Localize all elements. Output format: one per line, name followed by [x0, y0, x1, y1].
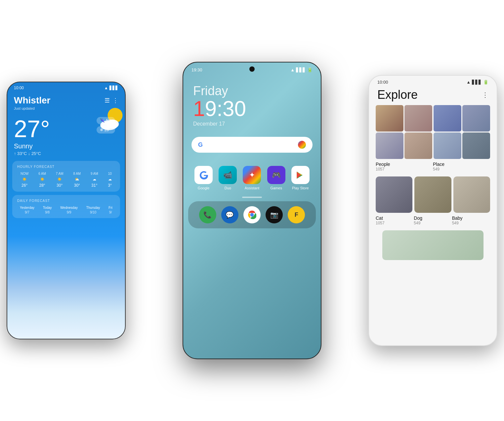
cat-count: 1057	[376, 221, 414, 225]
people-label-group: People 1057	[376, 162, 433, 172]
hourly-now: NOW ☀️ 26°	[21, 172, 28, 188]
phone2-day: Friday	[193, 84, 311, 98]
hourly-label-5: 10	[108, 172, 112, 175]
games-icon[interactable]: 🎮	[267, 166, 285, 184]
photo-grid-section: People 1057 Place 549	[369, 105, 497, 263]
city-name: Whistler	[14, 95, 50, 106]
people-photo-2[interactable]	[404, 105, 432, 132]
place-photo-grid[interactable]	[434, 105, 490, 159]
rain-value: 5%	[106, 118, 112, 123]
hourly-6am: 6 AM ☀️ 28°	[38, 172, 46, 188]
app-icons-row: Google 📹 Duo ✦ Assistant 🎮	[183, 159, 321, 193]
daily-thu: Thursday 9/10	[86, 206, 100, 214]
phone1-status-bar: 10:00 ▲ ▋▋▋	[7, 82, 125, 94]
people-photo-4[interactable]	[404, 133, 432, 159]
baby-label: Baby	[452, 215, 490, 221]
search-bar[interactable]: G	[191, 137, 313, 153]
hourly-10: 10 ☁ 3°	[108, 172, 112, 188]
window-photo[interactable]	[382, 230, 483, 260]
place-photo-3[interactable]	[434, 133, 461, 159]
app-games[interactable]: 🎮 Games	[267, 166, 285, 190]
duo-icon[interactable]: 📹	[219, 166, 237, 184]
svg-point-5	[250, 213, 254, 217]
hourly-icon-5: ☁	[108, 177, 112, 181]
more-options-icon[interactable]: ⋮	[482, 91, 488, 99]
playstore-icon[interactable]	[291, 166, 310, 184]
hourly-temp-0: 26°	[21, 183, 27, 188]
phones-container: 10:00 ▲ ▋▋▋ Whistler Just updated ☰ ⋮	[0, 0, 504, 421]
dock-chrome[interactable]	[243, 206, 261, 223]
hourly-temp-3: 30°	[74, 183, 80, 188]
google-icon[interactable]	[194, 166, 213, 184]
phone2-time: 19:30	[191, 67, 202, 72]
phone-dock-icon[interactable]: 📞	[199, 206, 216, 223]
people-photo-3[interactable]	[376, 133, 403, 159]
front-camera	[249, 66, 255, 72]
wifi-icon: ▲	[104, 86, 108, 90]
wifi-icon: ▲	[290, 67, 295, 72]
place-photo-1[interactable]	[434, 105, 461, 132]
dock-camera[interactable]: 📷	[266, 206, 283, 223]
app-duo[interactable]: 📹 Duo	[219, 166, 237, 190]
phone2-date: December 17	[193, 121, 311, 127]
dock-phone[interactable]: 📞	[199, 206, 216, 223]
hourly-label-1: 6 AM	[38, 172, 46, 175]
voice-search-icon[interactable]	[298, 141, 306, 149]
baby-photo[interactable]	[453, 176, 490, 213]
app-duo-label: Duo	[225, 186, 231, 190]
network-icon: ▲	[466, 80, 471, 85]
app-assistant[interactable]: ✦ Assistant	[243, 166, 261, 190]
app-assistant-label: Assistant	[245, 186, 260, 190]
hourly-icon-2: ☀️	[57, 177, 62, 181]
daily-fri: Fri 9/	[108, 206, 112, 214]
hourly-temp-4: 31°	[91, 183, 97, 188]
assistant-icon[interactable]: ✦	[243, 166, 261, 184]
cat-photo[interactable]	[376, 176, 412, 213]
app-playstore[interactable]: Play Store	[291, 166, 310, 190]
temp-range: ↑ 33°C ↓ 25°C	[14, 151, 118, 156]
hourly-title: HOURLY FORECAST	[16, 165, 117, 169]
header-action-icons[interactable]: ☰ ⋮	[105, 97, 118, 104]
daily-forecast: DAILY FORECAST Yesterday 9/7 Today 9/8 W…	[12, 195, 120, 218]
place-label-group: Place 549	[433, 162, 490, 172]
battery-icon: 🔋	[307, 67, 313, 72]
rain-pill: 🌂 5%	[97, 117, 115, 124]
wind-pill: ❄ 28°	[97, 126, 115, 134]
hourly-label-0: NOW	[21, 172, 28, 175]
rain-icon: 🌂	[100, 118, 105, 123]
wind-icon: ❄	[100, 128, 103, 132]
document-icon[interactable]: ☰	[105, 97, 110, 104]
hourly-row: NOW ☀️ 26° 6 AM ☀️ 28° 7 AM ☀️ 30°	[16, 172, 117, 188]
phone3-status-bar: 10:00 ▲ ▋▋▋ 🔋	[369, 76, 497, 86]
app-google[interactable]: Google	[194, 166, 213, 190]
phone1-weather: 10:00 ▲ ▋▋▋ Whistler Just updated ☰ ⋮	[7, 82, 126, 339]
phone1-wrapper: 10:00 ▲ ▋▋▋ Whistler Just updated ☰ ⋮	[7, 82, 126, 339]
daily-wed: Wednesday 9/9	[60, 206, 78, 214]
more-icon[interactable]: ⋮	[112, 97, 118, 104]
explore-title: Explore	[377, 88, 418, 102]
messages-dock-icon[interactable]: 💬	[221, 206, 238, 223]
fenix-dock-icon[interactable]: F	[288, 206, 305, 223]
signal-icon: ▋▋▋	[296, 67, 306, 72]
people-photo-1[interactable]	[376, 105, 403, 132]
camera-dock-icon[interactable]: 📷	[266, 206, 283, 223]
dock-messages[interactable]: 💬	[221, 206, 238, 223]
phone2-datetime: Friday 19:30 December 17	[183, 74, 321, 130]
chrome-dock-icon[interactable]	[243, 206, 261, 223]
place-photo-4[interactable]	[462, 133, 490, 159]
dog-photo[interactable]	[414, 176, 451, 213]
battery2-icon: 🔋	[483, 80, 488, 85]
baby-count: 549	[452, 221, 490, 225]
cat-label-group: Cat 1057	[376, 215, 414, 225]
hourly-label-2: 7 AM	[56, 172, 63, 175]
place-photo-2[interactable]	[462, 105, 490, 132]
animals-labels: Cat 1057 Dog 549 Baby 549	[376, 215, 490, 225]
hourly-icon-3: ⛅	[75, 177, 79, 181]
people-photo-grid[interactable]	[376, 105, 432, 159]
people-count: 1057	[376, 167, 433, 172]
hourly-icon-1: ☀️	[40, 177, 45, 181]
phone1-time: 10:00	[14, 86, 24, 90]
dock-fenix[interactable]: F	[288, 206, 305, 223]
hourly-temp-1: 28°	[39, 183, 45, 188]
cat-label: Cat	[376, 215, 414, 221]
